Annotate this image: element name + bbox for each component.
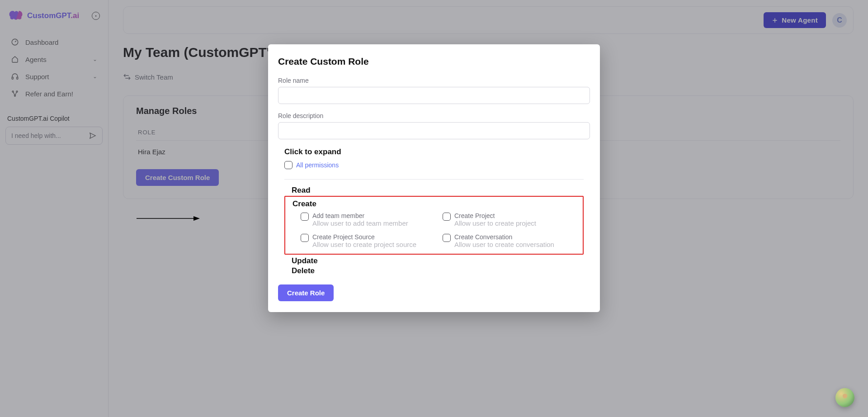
divider xyxy=(284,179,584,180)
cat-delete[interactable]: Delete xyxy=(284,266,584,275)
perm-create-source[interactable]: Create Project Source Allow user to crea… xyxy=(301,233,436,248)
all-permissions-checkbox[interactable] xyxy=(284,161,292,169)
all-permissions-row[interactable]: All permissions xyxy=(284,161,584,169)
perm-checkbox[interactable] xyxy=(301,213,309,221)
perm-checkbox[interactable] xyxy=(301,234,309,242)
perm-create-conversation[interactable]: Create Conversation Allow user to create… xyxy=(443,233,578,248)
cat-create[interactable]: Create xyxy=(285,199,583,208)
modal-title: Create Custom Role xyxy=(278,56,590,67)
create-role-modal: Create Custom Role Role name Role descri… xyxy=(268,44,600,312)
perm-desc: Allow user to create project source xyxy=(312,241,416,248)
perm-title: Create Project xyxy=(454,212,536,219)
cat-read[interactable]: Read xyxy=(284,186,584,195)
perm-checkbox[interactable] xyxy=(443,234,451,242)
all-permissions-link[interactable]: All permissions xyxy=(296,161,339,169)
perm-desc: Allow user to add team member xyxy=(312,219,408,227)
perm-title: Create Project Source xyxy=(312,233,416,241)
create-permissions-grid: Add team member Allow user to add team m… xyxy=(285,209,583,251)
role-desc-label: Role description xyxy=(278,112,590,119)
svg-marker-7 xyxy=(193,216,200,221)
role-name-input[interactable] xyxy=(278,87,590,104)
role-desc-input[interactable] xyxy=(278,122,590,139)
perm-desc: Allow user to create conversation xyxy=(454,241,554,248)
perm-checkbox[interactable] xyxy=(443,213,451,221)
perm-add-team[interactable]: Add team member Allow user to add team m… xyxy=(301,212,436,227)
role-name-label: Role name xyxy=(278,77,590,84)
perm-create-project[interactable]: Create Project Allow user to create proj… xyxy=(443,212,578,227)
highlight-create-section: Create Add team member Allow user to add… xyxy=(284,196,584,255)
cat-update[interactable]: Update xyxy=(284,256,584,265)
perm-title: Add team member xyxy=(312,212,408,219)
create-role-button[interactable]: Create Role xyxy=(278,284,334,301)
permissions-block: Click to expand All permissions Read Cre… xyxy=(278,147,590,275)
annotation-arrow xyxy=(137,215,200,222)
perm-desc: Allow user to create project xyxy=(454,219,536,227)
modal-overlay[interactable]: Create Custom Role Role name Role descri… xyxy=(0,0,868,417)
perm-title: Create Conversation xyxy=(454,233,554,241)
chat-bubble-avatar[interactable] xyxy=(835,388,854,407)
click-to-expand: Click to expand xyxy=(284,147,584,156)
